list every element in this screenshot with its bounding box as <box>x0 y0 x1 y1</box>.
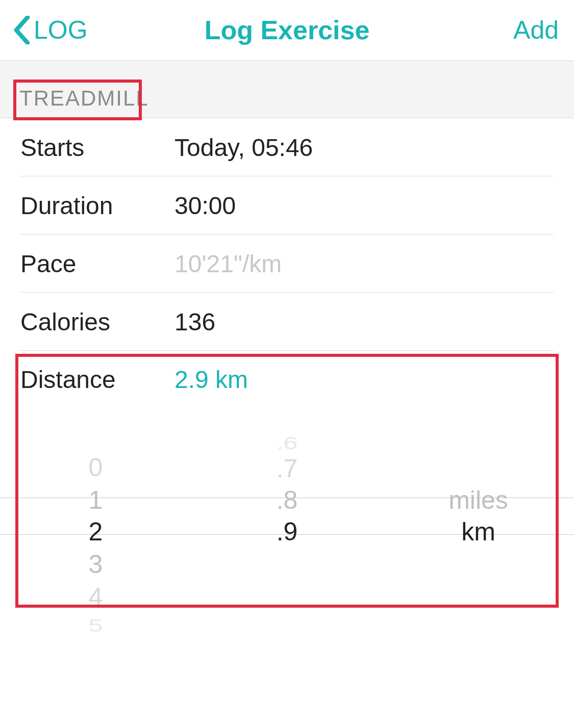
chevron-left-icon <box>13 16 31 44</box>
calories-value: 136 <box>174 308 554 336</box>
picker-option: 5 <box>0 614 191 637</box>
duration-label: Duration <box>20 192 174 220</box>
back-label: LOG <box>34 15 88 45</box>
pace-value: 10'21"/km <box>174 250 554 278</box>
starts-label: Starts <box>20 134 174 162</box>
add-button[interactable]: Add <box>513 15 559 45</box>
row-calories[interactable]: Calories 136 <box>0 293 574 351</box>
annotation-highlight <box>15 354 559 608</box>
row-starts[interactable]: Starts Today, 05:46 <box>0 118 574 176</box>
back-button[interactable]: LOG <box>13 15 88 45</box>
pace-label: Pace <box>20 250 174 278</box>
starts-value: Today, 05:46 <box>174 134 554 162</box>
row-pace[interactable]: Pace 10'21"/km <box>0 235 574 293</box>
duration-value: 30:00 <box>174 192 554 220</box>
row-duration[interactable]: Duration 30:00 <box>0 176 574 235</box>
header: LOG Log Exercise Add <box>0 0 574 61</box>
section-header: TREADMILL <box>0 61 574 118</box>
section-label: TREADMILL <box>19 86 149 111</box>
calories-label: Calories <box>20 308 174 336</box>
